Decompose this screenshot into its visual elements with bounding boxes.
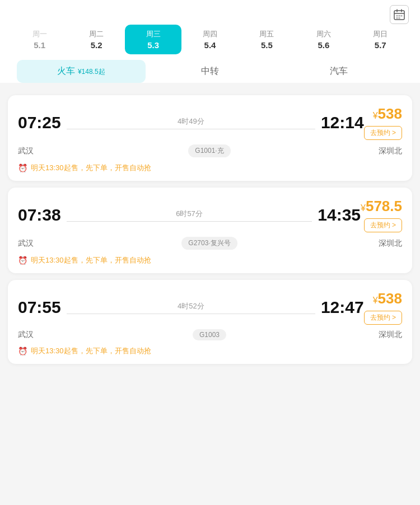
duration-block: 6时57分 <box>61 209 318 222</box>
duration-line <box>67 314 315 314</box>
tab-label: 汽车 <box>330 66 348 76</box>
tabs-row: 火车 ¥148.5起中转汽车 <box>11 60 409 83</box>
alarm-icon: ⏰ <box>18 256 27 265</box>
svg-rect-4 <box>396 15 398 17</box>
day-date: 5.1 <box>34 40 45 50</box>
station-arrive: 深圳北 <box>379 330 402 340</box>
book-button[interactable]: 去预约 > <box>364 311 402 325</box>
train-info-row: 武汉 G1001·充 深圳北 <box>18 144 402 157</box>
price-block: ¥538 去预约 > <box>364 105 402 140</box>
day-item-5.1[interactable]: 周一 5.1 <box>11 25 68 54</box>
day-item-5.7[interactable]: 周日 5.7 <box>352 25 409 54</box>
header: 周一 5.1 周二 5.2 周三 5.3 周四 5.4 周五 5.5 周六 5.… <box>0 0 420 83</box>
day-label: 周四 <box>203 29 217 39</box>
station-arrive: 深圳北 <box>379 239 402 249</box>
train-badge: G2703·复兴号 <box>181 237 237 250</box>
train-badge: G1003 <box>193 329 226 340</box>
arrive-time: 14:35 <box>318 205 361 225</box>
station-depart: 武汉 <box>18 146 40 156</box>
book-button[interactable]: 去预约 > <box>364 126 402 140</box>
day-date: 5.4 <box>204 40 216 50</box>
duration-block: 4时52分 <box>61 301 321 314</box>
train-info-row: 武汉 G2703·复兴号 深圳北 <box>18 237 402 250</box>
train-info-row: 武汉 G1003 深圳北 <box>18 329 402 340</box>
price-symbol: ¥ <box>373 296 378 305</box>
train-badge: G1001·充 <box>188 144 230 157</box>
depart-time: 07:38 <box>18 205 61 225</box>
duration-text: 4时49分 <box>178 116 204 127</box>
day-date: 5.7 <box>375 40 386 50</box>
day-item-5.5[interactable]: 周五 5.5 <box>239 25 295 54</box>
notice-text: 明天13:30起售，先下单，开售自动抢 <box>31 255 151 265</box>
train-card-0: 07:25 4时49分 12:14 ¥538 去预约 > 武汉 G1001·充 … <box>8 95 412 181</box>
day-date: 5.3 <box>147 40 159 50</box>
price-symbol: ¥ <box>361 203 366 213</box>
svg-rect-7 <box>396 17 398 19</box>
notice-text: 明天13:30起售，先下单，开售自动抢 <box>31 346 151 356</box>
train-main-row: 07:25 4时49分 12:14 ¥538 去预约 > <box>18 105 402 140</box>
day-label: 周二 <box>89 29 104 39</box>
day-label: 周一 <box>32 29 47 39</box>
day-label: 周日 <box>373 29 388 39</box>
station-depart: 武汉 <box>18 239 40 249</box>
alarm-icon: ⏰ <box>18 163 27 172</box>
arrive-time: 12:14 <box>321 113 364 132</box>
train-card-1: 07:38 6时57分 14:35 ¥578.5 去预约 > 武汉 G2703·… <box>8 188 412 273</box>
station-arrive: 深圳北 <box>379 146 402 156</box>
price-text: ¥578.5 <box>361 198 402 215</box>
price-block: ¥578.5 去预约 > <box>361 198 402 232</box>
day-date: 5.6 <box>318 40 329 50</box>
tab-label: 火车 <box>57 66 75 76</box>
duration-block: 4时49分 <box>61 116 321 129</box>
notice-row: ⏰ 明天13:30起售，先下单，开售自动抢 <box>18 346 402 356</box>
duration-text: 4时52分 <box>178 301 204 311</box>
calendar-button[interactable] <box>390 5 409 24</box>
train-main-row: 07:55 4时52分 12:47 ¥538 去预约 > <box>18 290 402 325</box>
station-depart: 武汉 <box>18 330 40 340</box>
svg-rect-5 <box>399 15 400 17</box>
depart-time: 07:25 <box>18 113 61 132</box>
trains-list: 07:25 4时49分 12:14 ¥538 去预约 > 武汉 G1001·充 … <box>0 90 420 370</box>
svg-rect-6 <box>401 15 403 17</box>
duration-text: 6时57分 <box>176 209 203 219</box>
price-text: ¥538 <box>373 105 402 123</box>
depart-time: 07:55 <box>18 298 61 317</box>
notice-row: ⏰ 明天13:30起售，先下单，开售自动抢 <box>18 255 402 265</box>
day-label: 周六 <box>316 29 331 39</box>
day-item-5.2[interactable]: 周二 5.2 <box>68 25 124 54</box>
tab-火车[interactable]: 火车 ¥148.5起 <box>17 60 146 83</box>
price-text: ¥538 <box>373 290 402 307</box>
day-label: 周三 <box>146 29 161 39</box>
tab-中转[interactable]: 中转 <box>146 60 274 83</box>
title-row <box>11 9 409 22</box>
price-symbol: ¥ <box>373 111 378 120</box>
book-button[interactable]: 去预约 > <box>364 218 402 232</box>
duration-line <box>67 129 315 129</box>
arrive-time: 12:47 <box>321 298 364 317</box>
train-main-row: 07:38 6时57分 14:35 ¥578.5 去预约 > <box>18 198 402 232</box>
day-item-5.3[interactable]: 周三 5.3 <box>125 25 181 54</box>
notice-text: 明天13:30起售，先下单，开售自动抢 <box>31 163 151 173</box>
price-block: ¥538 去预约 > <box>364 290 402 325</box>
alarm-icon: ⏰ <box>18 347 27 356</box>
day-item-5.4[interactable]: 周四 5.4 <box>181 25 238 54</box>
svg-rect-8 <box>399 17 400 19</box>
day-label: 周五 <box>259 29 274 39</box>
day-item-5.6[interactable]: 周六 5.6 <box>295 25 352 54</box>
duration-line <box>67 221 312 222</box>
notice-row: ⏰ 明天13:30起售，先下单，开售自动抢 <box>18 163 402 173</box>
days-row: 周一 5.1 周二 5.2 周三 5.3 周四 5.4 周五 5.5 周六 5.… <box>11 22 409 60</box>
tab-label: 中转 <box>201 66 219 76</box>
tab-汽车[interactable]: 汽车 <box>274 60 403 83</box>
day-date: 5.2 <box>91 40 102 50</box>
day-date: 5.5 <box>261 40 273 50</box>
tab-price: ¥148.5起 <box>78 68 105 76</box>
train-card-2: 07:55 4时52分 12:47 ¥538 去预约 > 武汉 G1003 深圳… <box>8 280 412 364</box>
